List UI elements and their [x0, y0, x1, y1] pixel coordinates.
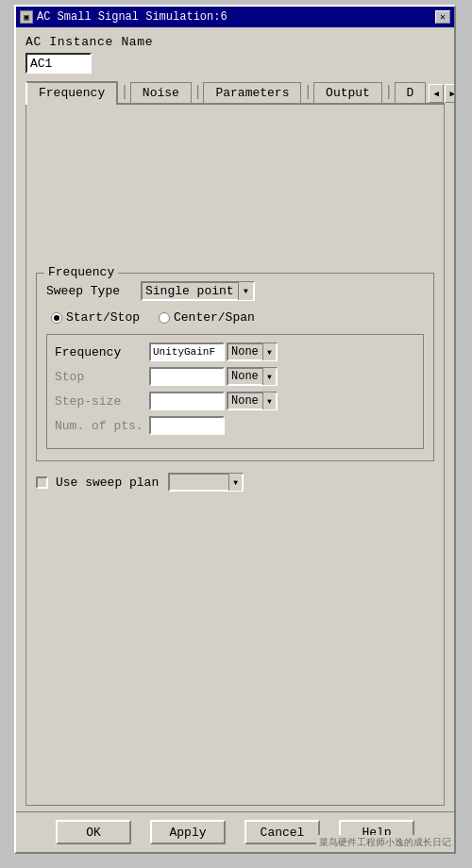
freq-unit-wrapper: None Hz KHz MHz GHz ▼ — [227, 342, 278, 361]
step-size-label: Step-size — [55, 394, 149, 409]
tab-sep-4: | — [383, 84, 395, 101]
instance-name-label: AC Instance Name — [25, 35, 445, 49]
tabs-container: Frequency | Noise | Parameters | Output … — [25, 81, 445, 105]
dialog-content: AC Instance Name Frequency | Noise | Par… — [16, 27, 454, 811]
radio-start-stop-label: Start/Stop — [66, 310, 140, 325]
tab-frequency[interactable]: Frequency — [25, 81, 118, 105]
num-pts-label: Num. of pts. — [55, 419, 149, 433]
tab-sep-2: | — [193, 84, 204, 101]
window-title: AC Small Signal Simulation:6 — [37, 10, 228, 24]
step-unit-wrapper: None Hz KHz MHz GHz ▼ — [227, 392, 278, 410]
num-pts-input[interactable] — [149, 416, 225, 435]
sweep-plan-row: Use sweep plan ▼ — [36, 473, 434, 492]
apply-button[interactable]: Apply — [150, 820, 226, 844]
close-button[interactable]: ✕ — [435, 10, 450, 24]
sweep-type-label: Sweep Type — [46, 284, 141, 298]
sweep-plan-select[interactable] — [168, 473, 244, 492]
frequency-row: Frequency None Hz KHz MHz GHz ▼ — [55, 342, 415, 361]
stop-value-input[interactable] — [149, 367, 225, 386]
sweep-plan-checkbox[interactable] — [36, 476, 48, 489]
tab-content-frequency: Frequency Sweep Type Single point Linear… — [25, 105, 445, 806]
tab-d[interactable]: D — [395, 82, 427, 103]
stop-unit-wrapper: None Hz KHz MHz GHz ▼ — [227, 367, 278, 386]
watermark: 菜鸟硬件工程师小逸的成长日记 — [316, 835, 454, 850]
sweep-plan-dropdown-wrapper: ▼ — [168, 473, 244, 492]
sweep-plan-label: Use sweep plan — [56, 476, 159, 490]
tab-scroll-buttons: ◀ ▶ — [429, 84, 454, 103]
title-bar: ▣ AC Small Signal Simulation:6 ✕ — [16, 7, 454, 27]
title-bar-left: ▣ AC Small Signal Simulation:6 — [20, 10, 228, 24]
freq-label: Frequency — [55, 345, 149, 359]
stop-label: Stop — [55, 370, 149, 384]
title-icon: ▣ — [20, 10, 33, 24]
params-box: Frequency None Hz KHz MHz GHz ▼ — [46, 334, 424, 449]
cancel-button[interactable]: Cancel — [244, 820, 320, 844]
frequency-group-box: Frequency Sweep Type Single point Linear… — [36, 273, 434, 461]
tab-scroll-right[interactable]: ▶ — [445, 84, 454, 103]
tab-sep-3: | — [302, 84, 313, 101]
radio-center-span[interactable]: Center/Span — [159, 310, 255, 325]
sweep-type-row: Sweep Type Single point Linear Decade Oc… — [46, 281, 424, 301]
instance-name-input[interactable] — [25, 53, 92, 74]
num-pts-row: Num. of pts. — [55, 416, 415, 435]
tab-output[interactable]: Output — [313, 82, 382, 103]
spacer-area — [36, 114, 434, 265]
sweep-type-select-wrapper: Single point Linear Decade Octave ▼ — [141, 281, 255, 301]
radio-start-stop-button[interactable] — [51, 312, 62, 324]
tab-sep-1: | — [119, 84, 130, 101]
tab-noise[interactable]: Noise — [130, 82, 192, 103]
tab-scroll-left[interactable]: ◀ — [429, 84, 444, 103]
frequency-value-input[interactable] — [149, 342, 225, 361]
step-unit-select[interactable]: None Hz KHz MHz GHz — [227, 392, 278, 410]
radio-row: Start/Stop Center/Span — [46, 310, 424, 325]
tab-parameters[interactable]: Parameters — [203, 82, 301, 103]
stop-row: Stop None Hz KHz MHz GHz ▼ — [55, 367, 415, 386]
frequency-unit-select[interactable]: None Hz KHz MHz GHz — [227, 342, 278, 361]
dialog-window: ▣ AC Small Signal Simulation:6 ✕ AC Inst… — [14, 5, 456, 854]
radio-start-stop[interactable]: Start/Stop — [51, 310, 140, 325]
sweep-type-select[interactable]: Single point Linear Decade Octave — [141, 281, 255, 301]
radio-center-span-button[interactable] — [159, 312, 170, 324]
frequency-group-title: Frequency — [44, 265, 118, 279]
radio-center-span-label: Center/Span — [174, 310, 255, 325]
step-size-row: Step-size None Hz KHz MHz GHz ▼ — [55, 392, 415, 410]
ok-button[interactable]: OK — [56, 820, 131, 844]
stop-unit-select[interactable]: None Hz KHz MHz GHz — [227, 367, 278, 386]
step-size-input[interactable] — [149, 392, 225, 410]
